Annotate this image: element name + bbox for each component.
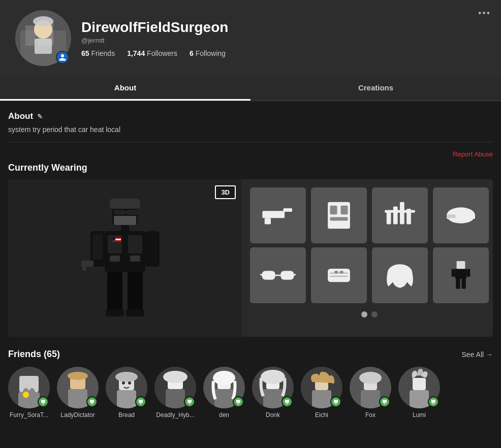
friend-item-1[interactable]: Furry_SoraT... <box>8 367 50 419</box>
avatar-badge <box>56 51 69 64</box>
svg-rect-38 <box>330 206 337 215</box>
svg-point-5 <box>33 16 53 26</box>
svg-rect-99 <box>237 403 239 404</box>
friend-status-badge-2 <box>86 396 98 407</box>
character-model <box>79 189 171 327</box>
friend-status-badge-4 <box>184 396 195 407</box>
friend-avatar-wrap-2 <box>57 367 99 408</box>
friend-item-8[interactable]: Fox <box>350 367 391 419</box>
pagination-dot-2[interactable] <box>371 311 378 317</box>
profile-header: DirewolfFieldSurgeon @jermtt 65 Friends … <box>0 0 501 76</box>
about-section: About ✎ system try period that car heat … <box>8 111 493 134</box>
svg-point-84 <box>122 381 125 385</box>
pagination-dot-1[interactable] <box>361 311 367 317</box>
svg-rect-90 <box>166 389 185 408</box>
report-abuse-container: Report Abuse <box>8 149 493 158</box>
svg-rect-93 <box>189 403 191 404</box>
wearing-title: Currently Wearing <box>8 163 493 173</box>
friend-item-3[interactable]: Bread <box>106 367 147 419</box>
tab-creations[interactable]: Creations <box>251 76 501 101</box>
item-card-gun[interactable] <box>250 187 306 243</box>
svg-point-70 <box>28 388 36 406</box>
friend-item-7[interactable]: Eichi <box>301 367 342 419</box>
svg-rect-17 <box>128 235 142 253</box>
item-card-sunglasses[interactable] <box>250 247 306 303</box>
svg-rect-26 <box>145 231 160 267</box>
svg-rect-41 <box>387 211 391 224</box>
svg-rect-79 <box>91 403 93 404</box>
friend-avatar-wrap-4 <box>154 367 196 408</box>
friend-avatar-wrap-7 <box>301 367 342 408</box>
friend-name-9: Lumi <box>413 411 426 419</box>
profile-username: DirewolfFieldSurgeon <box>81 19 486 36</box>
svg-rect-108 <box>312 390 331 408</box>
svg-rect-23 <box>115 239 121 240</box>
wearing-container: 3D <box>8 179 493 337</box>
friend-status-badge-3 <box>135 396 146 407</box>
svg-rect-57 <box>334 271 338 273</box>
3d-button[interactable]: 3D <box>215 185 236 199</box>
svg-rect-63 <box>466 269 470 276</box>
svg-rect-35 <box>265 218 271 224</box>
svg-rect-118 <box>413 378 426 390</box>
friend-status-badge-6 <box>281 396 293 407</box>
friend-item-4[interactable]: Deadly_Hyb... <box>154 367 196 419</box>
edit-about-icon[interactable]: ✎ <box>37 113 43 120</box>
more-options-button[interactable]: ••• <box>478 8 491 19</box>
svg-rect-115 <box>383 400 387 403</box>
stat-following: 6 Following <box>190 49 226 57</box>
svg-rect-39 <box>341 206 348 215</box>
svg-point-97 <box>213 371 235 385</box>
svg-rect-34 <box>262 211 285 218</box>
friend-item-2[interactable]: LadyDictator <box>57 367 99 419</box>
friends-list: Furry_SoraT... LadyDictator <box>8 367 493 419</box>
svg-rect-105 <box>286 403 288 404</box>
svg-rect-30 <box>106 309 124 316</box>
item-card-cap[interactable] <box>433 187 489 243</box>
friend-item-5[interactable]: den <box>203 367 245 419</box>
svg-rect-21 <box>113 237 115 240</box>
svg-rect-40 <box>330 217 348 221</box>
svg-rect-49 <box>262 271 275 280</box>
svg-rect-87 <box>140 403 142 404</box>
svg-rect-73 <box>42 403 44 404</box>
item-card-hair[interactable] <box>372 247 428 303</box>
svg-rect-62 <box>452 269 455 276</box>
profile-info: DirewolfFieldSurgeon @jermtt 65 Friends … <box>81 19 486 57</box>
svg-rect-6 <box>35 39 52 54</box>
svg-point-77 <box>68 372 88 380</box>
svg-rect-60 <box>457 261 465 269</box>
friend-name-2: LadyDictator <box>60 411 95 419</box>
report-abuse-link[interactable]: Report Abuse <box>453 150 493 158</box>
svg-rect-98 <box>236 400 240 403</box>
friend-name-4: Deadly_Hyb... <box>156 411 194 419</box>
friend-status-badge-5 <box>233 396 244 407</box>
item-card-skin[interactable] <box>433 247 489 303</box>
wearing-items <box>242 179 493 337</box>
svg-point-85 <box>128 381 131 385</box>
svg-point-71 <box>23 392 29 398</box>
svg-rect-28 <box>107 272 122 312</box>
svg-rect-119 <box>410 390 429 408</box>
profile-handle: @jermtt <box>81 37 486 44</box>
item-card-facemask[interactable] <box>311 247 367 303</box>
item-card-tools[interactable] <box>372 187 428 243</box>
items-row-1 <box>250 187 489 243</box>
svg-rect-11 <box>127 210 138 215</box>
svg-rect-76 <box>68 389 87 408</box>
svg-point-91 <box>163 371 187 383</box>
tab-about[interactable]: About <box>0 76 251 101</box>
friend-avatar-wrap-3 <box>106 367 147 408</box>
friend-name-7: Eichi <box>315 411 328 419</box>
svg-rect-82 <box>117 390 136 408</box>
friend-item-6[interactable]: Donk <box>252 367 294 419</box>
see-all-friends-link[interactable]: See All → <box>462 350 493 359</box>
about-title: About ✎ <box>8 111 493 121</box>
friend-avatar-wrap-1 <box>8 367 50 408</box>
item-card-vest[interactable] <box>311 187 367 243</box>
friend-name-5: den <box>219 411 229 419</box>
svg-rect-45 <box>385 210 415 213</box>
svg-line-52 <box>260 274 263 275</box>
friend-item-9[interactable]: Lumi <box>398 367 440 419</box>
svg-rect-102 <box>263 389 283 408</box>
